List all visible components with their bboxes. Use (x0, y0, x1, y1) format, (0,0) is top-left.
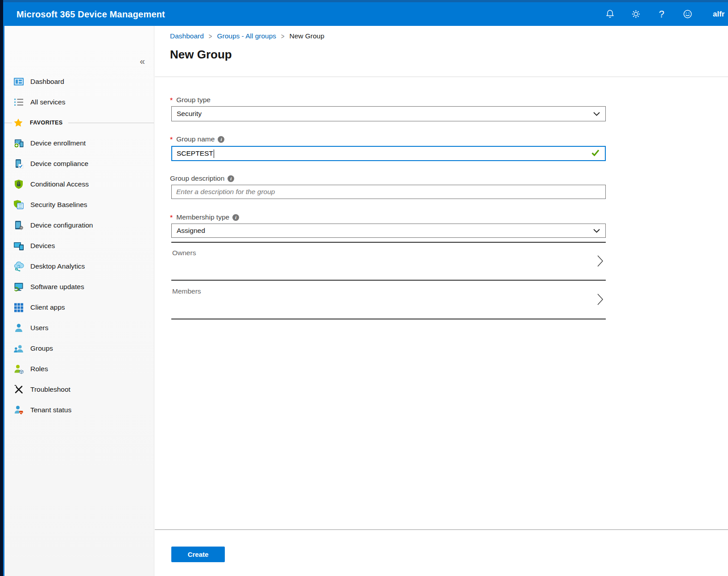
desktop-analytics-icon (13, 261, 24, 272)
group-type-label: Group type (170, 95, 211, 104)
chevron-right-icon (597, 294, 603, 307)
settings-gear-icon[interactable] (623, 2, 648, 26)
all-services-icon (13, 97, 24, 108)
favorites-divider (68, 123, 154, 123)
sidebar-item-label: Dashboard (30, 78, 64, 86)
sidebar-item-devices[interactable]: Devices (4, 236, 154, 256)
sidebar-item-label: Users (30, 324, 48, 332)
sidebar-item-desktop-analytics[interactable]: Desktop Analytics (4, 256, 154, 277)
membership-type-value: Assigned (177, 227, 205, 235)
owners-label: Owners (172, 249, 196, 257)
roles-icon (13, 364, 24, 374)
notifications-bell-icon[interactable] (597, 2, 622, 26)
valid-check-icon (592, 149, 600, 158)
chevron-down-icon (593, 229, 600, 233)
sidebar-item-tenant-status[interactable]: Tenant status (4, 400, 154, 420)
group-name-input[interactable]: SCEPTEST (171, 146, 606, 161)
membership-type-label-text: Membership type (176, 213, 229, 221)
users-icon (13, 323, 24, 333)
text-caret (214, 149, 214, 158)
sidebar-item-security-baselines[interactable]: Security Baselines (4, 195, 154, 215)
left-edge-strip (0, 0, 3, 576)
feedback-smiley-icon[interactable] (675, 2, 700, 26)
membership-type-label: Membership type (170, 213, 239, 222)
sidebar-item-device-configuration[interactable]: Device configuration (4, 215, 154, 236)
sidebar-item-software-updates[interactable]: Software updates (4, 277, 154, 297)
breadcrumb: Dashboard > Groups - All groups > New Gr… (170, 32, 324, 40)
group-type-select[interactable]: Security (171, 106, 606, 121)
sidebar-favorites-header: FAVORITES (4, 112, 154, 133)
breadcrumb-separator-icon: > (281, 32, 285, 41)
dashboard-icon (13, 76, 24, 87)
sidebar-item-users[interactable]: Users (4, 318, 154, 338)
sidebar-item-device-enrollment[interactable]: Device enrollment (4, 133, 154, 153)
app-title: Microsoft 365 Device Management (17, 9, 165, 19)
device-enrollment-icon (13, 138, 24, 149)
create-button[interactable]: Create (171, 547, 225, 562)
breadcrumb-current: New Group (290, 32, 324, 40)
conditional-access-icon (13, 179, 24, 190)
group-name-value: SCEPTEST (177, 149, 213, 157)
owners-row[interactable]: Owners (171, 243, 606, 280)
software-updates-icon (13, 282, 24, 292)
breadcrumb-groups-all-groups[interactable]: Groups - All groups (217, 32, 276, 40)
sidebar-item-label: Roles (30, 365, 48, 373)
favorites-label: FAVORITES (30, 120, 63, 126)
help-question-icon[interactable]: ? (649, 2, 674, 26)
members-label: Members (172, 287, 201, 295)
sidebar-item-label: Troubleshoot (30, 385, 70, 394)
sidebar-item-label: Device compliance (30, 160, 88, 168)
tenant-status-icon (13, 405, 24, 415)
membership-type-select[interactable]: Assigned (171, 224, 606, 238)
favorites-star-icon (13, 118, 23, 128)
sidebar-nav: Dashboard All services FAVORITES (4, 71, 154, 420)
sidebar: « Dashboard All servic (4, 26, 154, 576)
top-app-bar: Microsoft 365 Device Management ? alfr (3, 2, 728, 26)
group-description-placeholder: Enter a description for the group (176, 188, 275, 196)
help-glyph: ? (659, 8, 664, 20)
sidebar-item-client-apps[interactable]: Client apps (4, 297, 154, 318)
sidebar-item-label: Device enrollment (30, 139, 86, 147)
section-divider (171, 319, 606, 319)
left-edge-accent (3, 26, 4, 576)
sidebar-item-label: All services (30, 98, 65, 106)
security-baselines-icon (13, 199, 24, 210)
chevron-right-icon (597, 255, 603, 269)
sidebar-item-label: Conditional Access (30, 180, 89, 188)
groups-icon (13, 343, 24, 354)
client-apps-icon (13, 302, 24, 313)
group-description-input[interactable]: Enter a description for the group (171, 185, 606, 199)
group-type-value: Security (177, 110, 202, 118)
favorites-divider (4, 123, 12, 123)
sidebar-item-dashboard[interactable]: Dashboard (4, 71, 154, 92)
sidebar-item-label: Security Baselines (30, 201, 87, 209)
group-name-label: Group name (170, 135, 224, 144)
devices-icon (13, 240, 24, 251)
device-configuration-icon (13, 220, 24, 231)
sidebar-item-all-services[interactable]: All services (4, 92, 154, 112)
sidebar-item-label: Device configuration (30, 221, 93, 229)
sidebar-item-groups[interactable]: Groups (4, 338, 154, 359)
members-row[interactable]: Members (171, 281, 606, 319)
account-menu[interactable]: alfr (713, 2, 728, 26)
troubleshoot-icon (13, 384, 24, 395)
group-type-label-text: Group type (176, 96, 211, 104)
sidebar-item-conditional-access[interactable]: Conditional Access (4, 174, 154, 195)
group-description-label: Group description (170, 174, 234, 183)
group-name-label-text: Group name (176, 135, 215, 143)
breadcrumb-dashboard[interactable]: Dashboard (170, 32, 204, 40)
sidebar-item-label: Desktop Analytics (30, 262, 85, 270)
sidebar-item-label: Groups (30, 344, 53, 352)
page-title: New Group (170, 48, 232, 62)
device-compliance-icon (13, 158, 24, 169)
info-icon[interactable] (218, 136, 224, 143)
chevron-down-icon (593, 112, 600, 116)
sidebar-item-roles[interactable]: Roles (4, 359, 154, 379)
info-icon[interactable] (232, 214, 239, 221)
sidebar-collapse-icon[interactable]: « (140, 56, 145, 66)
browser-top-strip (0, 0, 728, 2)
sidebar-item-device-compliance[interactable]: Device compliance (4, 153, 154, 174)
info-icon[interactable] (228, 175, 234, 182)
sidebar-item-troubleshoot[interactable]: Troubleshoot (4, 379, 154, 400)
sidebar-item-label: Tenant status (30, 406, 71, 414)
